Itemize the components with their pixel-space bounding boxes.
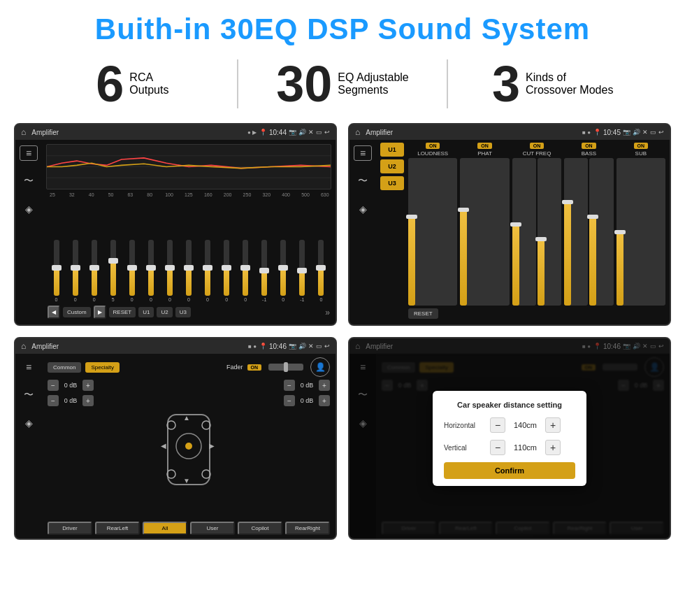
distance-dialog: Car speaker distance setting Horizontal …: [433, 391, 586, 486]
screen-eq: ⌂ Amplifier ● ▶ 📍 10:44 📷 🔊 ✕ ▭ ↩ ≡ 〜 ◈: [14, 123, 337, 326]
panel-sub: ON SUB: [616, 143, 665, 306]
camera-icon-bl: 📷: [289, 343, 296, 350]
u2-preset[interactable]: U2: [380, 159, 404, 173]
phat-slider[interactable]: [460, 158, 509, 306]
eq-icon[interactable]: ≡: [20, 145, 38, 161]
horizontal-plus-btn[interactable]: +: [545, 417, 561, 433]
vol-minus-1[interactable]: −: [48, 380, 59, 391]
horizontal-label: Horizontal: [444, 422, 486, 429]
loudness-slider-l[interactable]: [408, 158, 457, 306]
screen-content-tr: ≡ 〜 ◈ U1 U2 U3: [349, 140, 670, 324]
cutfreq-slider-1[interactable]: [512, 158, 536, 306]
eq-main-panel: 25 32 40 50 63 80 100 125 160 200 250 32…: [42, 140, 336, 324]
driver-btn[interactable]: Driver: [48, 522, 92, 535]
horizontal-minus-btn[interactable]: −: [490, 417, 505, 433]
bass-slider-2[interactable]: [589, 158, 613, 306]
back-icon-bl: ↩: [324, 343, 330, 350]
slider-col-12[interactable]: -1: [256, 240, 273, 302]
amplifier-title-tl: Amplifier: [31, 129, 245, 136]
slider-col-6[interactable]: 0: [142, 240, 159, 302]
vol-plus-1[interactable]: +: [82, 380, 94, 391]
home-icon[interactable]: ⌂: [21, 127, 26, 137]
vol-plus-2[interactable]: +: [82, 395, 94, 406]
slider-col-11[interactable]: 0: [237, 240, 254, 302]
home-icon-tr[interactable]: ⌂: [355, 127, 360, 137]
crossover-layout: U1 U2 U3 ON LOUDNESS: [380, 143, 665, 322]
u3-preset[interactable]: U3: [380, 176, 404, 190]
slider-col-4[interactable]: 5: [104, 240, 122, 302]
car-diagram: ▲ ▼ ◀ ▶: [96, 380, 281, 519]
slider-col-8[interactable]: 0: [180, 240, 197, 302]
on-badge-sub: ON: [634, 143, 649, 149]
dialog-title: Car speaker distance setting: [444, 401, 575, 409]
fader-slider[interactable]: [268, 364, 303, 371]
cutfreq-slider-2[interactable]: [538, 158, 561, 306]
vol-minus-2[interactable]: −: [48, 395, 59, 406]
slider-col-5[interactable]: 0: [123, 240, 140, 302]
stat-eq: 30 EQ Adjustable Segments: [238, 59, 447, 109]
svg-text:▶: ▶: [209, 442, 215, 450]
slider-col-14[interactable]: -1: [294, 240, 311, 302]
on-badge-phat: ON: [477, 143, 492, 149]
confirm-button[interactable]: Confirm: [444, 462, 575, 479]
slider-col-15[interactable]: 0: [312, 240, 330, 302]
crossover-reset-btn[interactable]: RESET: [408, 308, 438, 319]
slider-col-1[interactable]: 0: [48, 240, 65, 302]
copilot-btn[interactable]: Copilot: [238, 522, 282, 535]
label-bass: BASS: [582, 150, 596, 157]
wave-icon-bl[interactable]: 〜: [20, 387, 38, 403]
user-btn-bl[interactable]: User: [190, 522, 235, 535]
eq-icon-bl[interactable]: ≡: [20, 359, 38, 375]
camera-icon-tr: 📷: [623, 129, 630, 136]
u2-btn[interactable]: U2: [157, 307, 172, 317]
vertical-minus-btn[interactable]: −: [490, 440, 505, 455]
eq-icon-tr[interactable]: ≡: [354, 145, 372, 161]
u1-preset[interactable]: U1: [380, 143, 404, 157]
avatar-icon-bl[interactable]: 👤: [310, 357, 330, 377]
vol-plus-3[interactable]: +: [319, 380, 330, 391]
prev-btn[interactable]: ◀: [48, 306, 60, 319]
home-icon-bl[interactable]: ⌂: [21, 341, 26, 351]
wave-icon[interactable]: 〜: [20, 173, 38, 189]
preset-buttons: U1 U2 U3: [380, 143, 404, 322]
all-btn[interactable]: All: [143, 522, 187, 535]
amplifier-title-tr: Amplifier: [366, 129, 579, 136]
tab-specialty[interactable]: Specialty: [85, 362, 119, 373]
tab-common[interactable]: Common: [48, 362, 81, 373]
x-icon-tr: ✕: [642, 129, 648, 136]
slider-col-10[interactable]: 0: [218, 240, 236, 302]
rear-left-btn[interactable]: RearLeft: [95, 522, 140, 535]
eq-freq-labels: 25 32 40 50 63 80 100 125 160 200 250 32…: [46, 192, 331, 197]
stat-eq-number: 30: [276, 59, 332, 109]
custom-btn[interactable]: Custom: [63, 307, 91, 317]
sub-slider[interactable]: [616, 158, 665, 306]
bass-slider-1[interactable]: [564, 158, 588, 306]
slider-col-13[interactable]: 0: [275, 240, 292, 302]
volume-icon-bl: 🔊: [298, 343, 306, 350]
u3-btn[interactable]: U3: [175, 307, 191, 317]
wave-icon-tr[interactable]: 〜: [354, 173, 372, 189]
fader-on-badge: ON: [247, 364, 262, 371]
vol-plus-4[interactable]: +: [319, 395, 330, 406]
sidebar-bl: ≡ 〜 ◈: [15, 354, 42, 538]
slider-col-2[interactable]: 0: [66, 240, 84, 302]
sidebar-tr: ≡ 〜 ◈: [349, 140, 376, 324]
vertical-plus-btn[interactable]: +: [545, 440, 561, 455]
slider-col-9[interactable]: 0: [199, 240, 217, 302]
slider-col-7[interactable]: 0: [161, 240, 178, 302]
page-title: Buith-in 30EQ DSP Sound System: [14, 13, 671, 46]
fader-panel: Common Specialty Fader ON 👤 − 0 dB: [42, 354, 336, 538]
play-btn[interactable]: ▶: [94, 306, 106, 319]
rear-right-btn[interactable]: RearRight: [285, 522, 330, 535]
speaker-icon-tr[interactable]: ◈: [354, 201, 372, 217]
speaker-icon[interactable]: ◈: [20, 201, 38, 217]
crossover-panels-wrapper: ON LOUDNESS: [408, 143, 665, 322]
speaker-icon-bl[interactable]: ◈: [20, 415, 38, 431]
slider-col-3[interactable]: 0: [85, 240, 103, 302]
reset-btn[interactable]: RESET: [109, 307, 136, 317]
u1-btn[interactable]: U1: [138, 307, 154, 317]
vol-minus-3[interactable]: −: [284, 380, 295, 391]
panel-bass: ON BASS: [564, 143, 613, 306]
label-phat: PHAT: [477, 150, 492, 157]
vol-minus-4[interactable]: −: [284, 395, 295, 406]
